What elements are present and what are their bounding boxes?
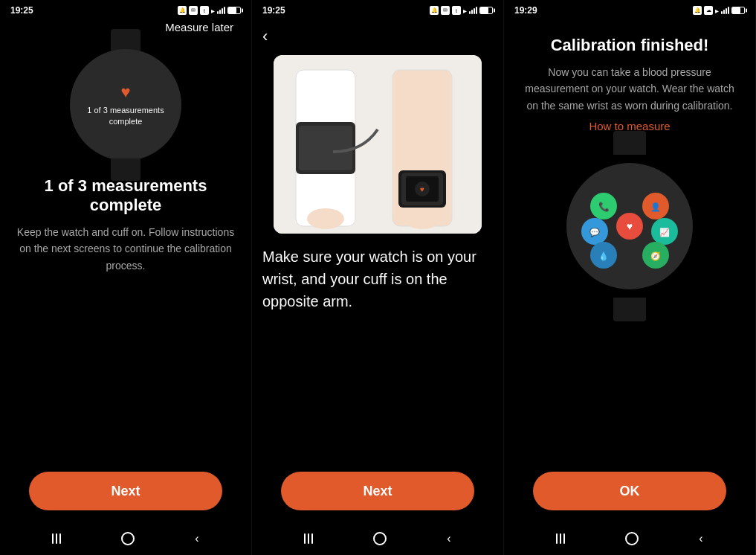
bluetooth-icon-1: ▸ (211, 7, 215, 15)
panel-2: 19:25 🔔 ✉ t ▸ ‹ (252, 0, 504, 555)
sw-band-bottom (613, 298, 646, 321)
svg-text:🧭: 🧭 (650, 251, 661, 261)
notification-icon-2: 🔔 (430, 6, 439, 15)
status-time-2: 19:25 (262, 5, 285, 16)
nav-bar-1: ‹ (0, 522, 251, 555)
sw-band-top (613, 131, 646, 155)
calibration-desc: Now you can take a blood pressure measur… (519, 64, 740, 114)
instruction-text: Make sure your watch is on your wrist, a… (262, 246, 493, 312)
battery-icon-1 (227, 7, 241, 14)
panel2-content: ‹ ♥ (252, 21, 503, 472)
status-bar-3: 19:29 🔔 ☁ ▸ (504, 0, 755, 21)
nav-lines-1[interactable] (52, 533, 61, 544)
measurement-title: 1 of 3 measurements complete (15, 176, 236, 215)
sw-body: ♥ 📞 👤 💬 📈 💧 (566, 163, 693, 289)
status-time-3: 19:29 (514, 5, 537, 16)
svg-text:📈: 📈 (659, 227, 670, 237)
svg-point-11 (404, 208, 441, 229)
signal-bar-2 (219, 10, 221, 14)
next-button-1[interactable]: Next (29, 472, 222, 510)
cloud-icon-3: ☁ (704, 6, 713, 15)
app-grid-svg: ♥ 📞 👤 💬 📈 💧 (574, 170, 685, 282)
signal-bars-3 (721, 7, 729, 14)
nav-bar-3: ‹ (504, 522, 755, 555)
nav-back-1[interactable]: ‹ (195, 532, 198, 545)
nav-back-2[interactable]: ‹ (447, 532, 450, 545)
watch-body: ♥ 1 of 3 measurements complete (70, 49, 181, 161)
svg-rect-3 (299, 126, 352, 170)
status-bar-2: 19:25 🔔 ✉ t ▸ (252, 0, 503, 21)
svg-text:💬: 💬 (589, 227, 600, 237)
nav-lines-3[interactable] (556, 533, 565, 544)
signal-bar-3 (222, 8, 223, 14)
watch-band-top (111, 29, 140, 51)
ok-button[interactable]: OK (533, 472, 726, 510)
nav-lines-2[interactable] (304, 533, 313, 544)
status-bar-1: 19:25 🔔 ✉ t ▸ (0, 0, 251, 21)
measurement-desc: Keep the watch and cuff on. Follow instr… (15, 224, 236, 274)
nav-home-3[interactable] (625, 532, 639, 545)
watch-band-bottom (111, 158, 140, 181)
watch-status-text: 1 of 3 measurements complete (70, 105, 181, 128)
signal-bar-1 (217, 11, 219, 14)
msg-icon-2: ✉ (441, 6, 450, 15)
panel3-btn-area: OK (504, 472, 755, 522)
twitter-icon-2: t (452, 6, 461, 15)
panel-1: 19:25 🔔 ✉ t ▸ Measure later ♥ 1 of 3 m (0, 0, 252, 555)
watch-content: ♥ 1 of 3 measurements complete (70, 83, 181, 128)
status-icons-2: 🔔 ✉ t ▸ (430, 6, 493, 15)
cuff-illustration: ♥ (274, 55, 482, 234)
svg-text:👤: 👤 (650, 202, 661, 212)
panel2-btn-area: Next (252, 472, 503, 522)
svg-text:💧: 💧 (598, 251, 609, 261)
svg-text:♥: ♥ (420, 185, 424, 193)
nav-back-3[interactable]: ‹ (699, 532, 702, 545)
watch-illustration: ♥ 1 of 3 measurements complete (66, 45, 185, 164)
nav-bar-2: ‹ (252, 522, 503, 555)
heart-icon: ♥ (120, 83, 130, 102)
twitter-icon-1: t (200, 6, 209, 15)
back-button[interactable]: ‹ (262, 21, 493, 52)
smartwatch-illustration: ♥ 📞 👤 💬 📈 💧 (555, 144, 704, 308)
notification-icon-3: 🔔 (693, 6, 702, 15)
bluetooth-icon-3: ▸ (715, 7, 719, 15)
cuff-svg: ♥ (274, 55, 482, 234)
panel3-content: Calibration finished! Now you can take a… (504, 21, 755, 472)
panel1-btn-area: Next (0, 472, 251, 522)
signal-bars-1 (217, 7, 225, 14)
calibration-title: Calibration finished! (551, 36, 709, 55)
panel-3: 19:29 🔔 ☁ ▸ Calibration finished! Now yo… (504, 0, 756, 555)
svg-text:📞: 📞 (598, 201, 610, 212)
next-button-2[interactable]: Next (281, 472, 474, 510)
signal-bars-2 (469, 7, 477, 14)
status-time-1: 19:25 (10, 5, 33, 16)
status-icons-3: 🔔 ☁ ▸ (693, 6, 745, 15)
nav-home-2[interactable] (373, 532, 387, 545)
panel1-content: Measure later ♥ 1 of 3 measurements comp… (0, 21, 251, 472)
battery-icon-2 (479, 7, 493, 14)
svg-point-10 (307, 208, 344, 229)
battery-icon-3 (731, 7, 745, 14)
notification-icon-1: 🔔 (178, 6, 187, 15)
msg-icon-1: ✉ (189, 6, 198, 15)
signal-bar-4 (224, 7, 225, 14)
nav-home-1[interactable] (121, 532, 135, 545)
status-icons-1: 🔔 ✉ t ▸ (178, 6, 241, 15)
svg-text:♥: ♥ (627, 220, 633, 232)
bluetooth-icon-2: ▸ (463, 7, 467, 15)
